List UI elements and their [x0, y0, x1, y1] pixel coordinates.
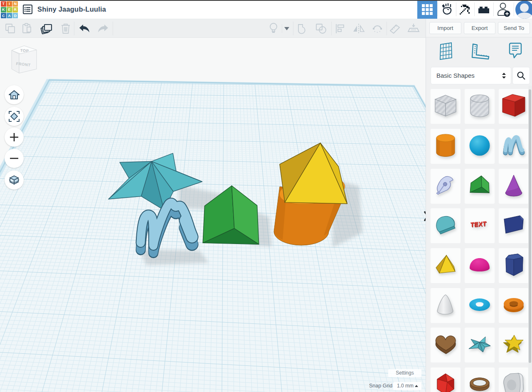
svg-text:TOP: TOP: [20, 48, 29, 53]
svg-text:TEXT: TEXT: [470, 220, 487, 228]
